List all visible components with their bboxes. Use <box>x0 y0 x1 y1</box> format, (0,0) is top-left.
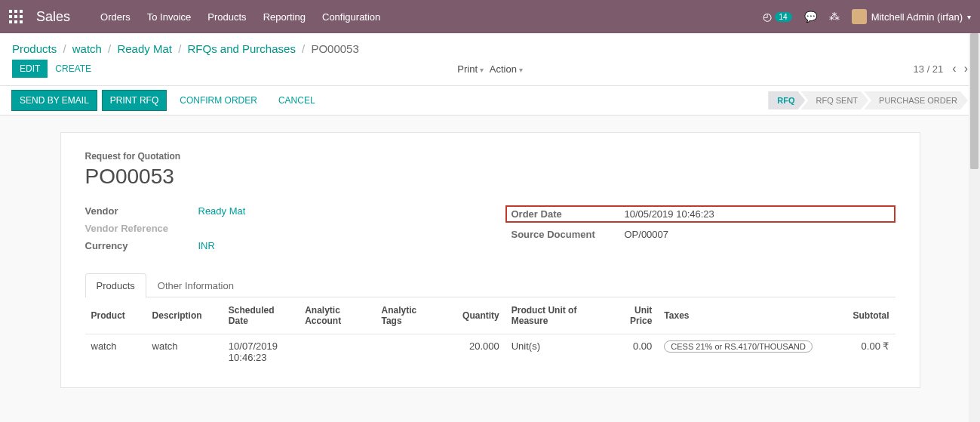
currency-value[interactable]: INR <box>198 240 215 251</box>
send-email-button[interactable]: Send by Email <box>12 91 97 110</box>
currency-label: Currency <box>85 240 198 251</box>
sheet-subtitle: Request for Quotation <box>85 151 896 162</box>
tax-badge: CESS 21% or RS.4170/THOUSAND <box>664 340 813 353</box>
action-bar: Send by Email Print RFQ Confirm Order Ca… <box>0 86 980 116</box>
cell-analytic-account <box>299 334 375 370</box>
nav-reporting[interactable]: Reporting <box>263 11 306 23</box>
avatar <box>852 9 867 24</box>
table-header-row: Product Description Scheduled Date Analy… <box>85 297 896 334</box>
clock-icon: ◴ <box>763 11 772 23</box>
nav-products[interactable]: Products <box>207 11 246 23</box>
vendor-label: Vendor <box>85 205 198 217</box>
cancel-button[interactable]: Cancel <box>271 91 323 110</box>
tab-products[interactable]: Products <box>85 273 146 297</box>
form-sheet: Request for Quotation PO00053 Vendor Rea… <box>60 132 920 388</box>
chat-icon[interactable]: 💬 <box>804 11 817 23</box>
breadcrumb-ready-mat[interactable]: Ready Mat <box>117 42 172 55</box>
order-lines-table: Product Description Scheduled Date Analy… <box>85 297 896 369</box>
pager-count: 13 / 21 <box>914 63 944 75</box>
chevron-down-icon: ▾ <box>967 13 971 21</box>
control-area: Products / watch / Ready Mat / RFQs and … <box>0 33 980 86</box>
edit-button[interactable]: Edit <box>12 60 48 78</box>
scrollbar-thumb[interactable] <box>970 33 978 169</box>
th-quantity[interactable]: Quantity <box>444 297 505 334</box>
nav-configuration[interactable]: Configuration <box>322 11 380 23</box>
th-analytic-account[interactable]: Analytic Account <box>299 297 375 334</box>
stage-rfq-sent[interactable]: RFQ Sent <box>800 91 868 109</box>
order-date-value: 10/05/2019 10:46:23 <box>625 208 714 220</box>
bug-icon[interactable]: ⁂ <box>829 11 840 23</box>
stage-purchase-order[interactable]: Purchase Order <box>864 91 968 109</box>
source-doc-label: Source Document <box>512 229 625 240</box>
scrollbar[interactable] <box>969 33 980 422</box>
cell-uom: Unit(s) <box>505 334 605 370</box>
vendor-ref-label: Vendor Reference <box>85 223 198 234</box>
th-analytic-tags[interactable]: Analytic Tags <box>375 297 444 334</box>
print-dropdown[interactable]: Print <box>457 63 484 75</box>
nav-orders[interactable]: Orders <box>100 11 131 23</box>
order-date-label: Order Date <box>512 208 625 220</box>
breadcrumb-rfqs[interactable]: RFQs and Purchases <box>187 42 295 55</box>
fields-right: Order Date 10/05/2019 10:46:23 Source Do… <box>505 202 896 254</box>
pager: 13 / 21 ‹ › <box>914 62 968 75</box>
table-row[interactable]: watch watch 10/07/2019 10:46:23 20.000 U… <box>85 334 896 370</box>
source-doc-value: OP/00007 <box>625 229 669 240</box>
th-scheduled[interactable]: Scheduled Date <box>223 297 299 334</box>
notification-count: 14 <box>775 12 792 22</box>
th-subtotal[interactable]: Subtotal <box>834 297 895 334</box>
cell-unit-price: 0.00 <box>604 334 658 370</box>
th-product[interactable]: Product <box>85 297 146 334</box>
nav-to-invoice[interactable]: To Invoice <box>147 11 192 23</box>
tab-other-info[interactable]: Other Information <box>146 273 245 297</box>
action-dropdown[interactable]: Action <box>490 63 523 75</box>
cell-scheduled: 10/07/2019 10:46:23 <box>223 334 299 370</box>
tabs: Products Other Information <box>85 273 896 297</box>
cell-description: watch <box>146 334 223 370</box>
th-uom[interactable]: Product Unit of Measure <box>505 297 605 334</box>
cell-product: watch <box>85 334 146 370</box>
top-nav: Sales Orders To Invoice Products Reporti… <box>0 0 980 33</box>
confirm-order-button[interactable]: Confirm Order <box>172 91 265 110</box>
brand[interactable]: Sales <box>36 9 70 25</box>
cell-analytic-tags <box>375 334 444 370</box>
print-rfq-button[interactable]: Print RFQ <box>103 91 166 110</box>
pager-prev[interactable]: ‹ <box>952 62 956 75</box>
breadcrumb-watch[interactable]: watch <box>72 42 102 55</box>
breadcrumb-products[interactable]: Products <box>12 42 57 55</box>
nav-links: Orders To Invoice Products Reporting Con… <box>100 11 380 23</box>
breadcrumb-current: PO00053 <box>311 42 358 55</box>
order-date-highlight: Order Date 10/05/2019 10:46:23 <box>505 205 896 223</box>
stage-rfq[interactable]: RFQ <box>768 91 805 109</box>
nav-right: ◴ 14 💬 ⁂ Mitchell Admin (irfan) ▾ <box>763 9 972 24</box>
sheet-title: PO00053 <box>85 165 896 189</box>
breadcrumb: Products / watch / Ready Mat / RFQs and … <box>0 33 980 57</box>
stage-bar: RFQ RFQ Sent Purchase Order <box>768 91 968 109</box>
vendor-value[interactable]: Ready Mat <box>198 205 246 217</box>
cell-taxes: CESS 21% or RS.4170/THOUSAND <box>658 334 834 370</box>
user-menu[interactable]: Mitchell Admin (irfan) ▾ <box>852 9 971 24</box>
fields-left: Vendor Ready Mat Vendor Reference Curren… <box>85 202 475 254</box>
th-unit-price[interactable]: Unit Price <box>604 297 658 334</box>
create-button[interactable]: Create <box>48 60 99 78</box>
user-name: Mitchell Admin (irfan) <box>871 11 963 23</box>
th-description[interactable]: Description <box>146 297 223 334</box>
cell-qty: 20.000 <box>444 334 505 370</box>
notification-badge[interactable]: ◴ 14 <box>763 11 792 23</box>
th-taxes[interactable]: Taxes <box>658 297 834 334</box>
pager-next[interactable]: › <box>964 62 968 75</box>
cell-subtotal: 0.00 ₹ <box>834 334 895 370</box>
apps-icon[interactable] <box>9 10 23 23</box>
